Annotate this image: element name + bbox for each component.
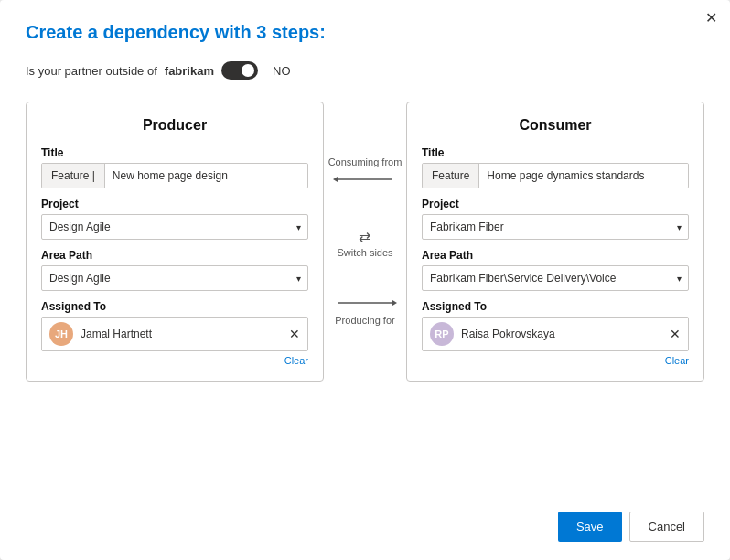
producer-title: Producer: [41, 117, 308, 134]
consumer-clear-link[interactable]: Clear: [422, 355, 689, 366]
producer-project-select[interactable]: Design Agile: [41, 214, 308, 240]
consumer-assigned-name: Raisa Pokrovskaya: [461, 328, 662, 340]
close-button[interactable]: ✕: [705, 11, 717, 26]
producer-assigned-label: Assigned To: [41, 300, 308, 313]
consuming-arrow-area: Consuming from: [328, 156, 403, 188]
producer-area-wrapper: Design Agile ▾: [41, 265, 308, 291]
producer-title-row: Feature | New home page design: [41, 163, 308, 188]
consumer-assigned-row: RP Raisa Pokrovskaya ✕: [422, 317, 689, 351]
consumer-project-label: Project: [422, 198, 689, 210]
consuming-label: Consuming from: [328, 156, 403, 167]
producing-arrow-area: Producing for: [333, 295, 397, 326]
dialog-title: Create a dependency with 3 steps:: [26, 22, 704, 43]
producing-arrow-line: [333, 295, 397, 311]
producer-area-select[interactable]: Design Agile: [41, 265, 308, 291]
switch-sides-label: Switch sides: [337, 247, 392, 258]
producer-clear-link[interactable]: Clear: [41, 355, 308, 366]
consumer-area-wrapper: Fabrikam Fiber\Service Delivery\Voice ▾: [422, 265, 689, 291]
producer-project-wrapper: Design Agile ▾: [41, 214, 308, 240]
switch-sides-icon: ⇄: [359, 228, 370, 245]
producer-assigned-name: Jamal Hartnett: [81, 328, 282, 340]
producer-title-value: New home page design: [105, 164, 307, 188]
switch-sides-area[interactable]: ⇄ Switch sides: [337, 228, 392, 258]
save-button[interactable]: Save: [558, 512, 622, 542]
producer-assigned-row: JH Jamal Hartnett ✕: [41, 317, 308, 351]
consuming-arrow-icon: [333, 173, 397, 186]
consumer-area-label: Area Path: [422, 249, 689, 262]
consumer-avatar: RP: [430, 322, 454, 346]
middle-column: Consuming from ⇄ Switch sides: [324, 102, 406, 326]
columns-area: Producer Title Feature | New home page d…: [26, 102, 704, 493]
consumer-title-type: Feature: [423, 164, 479, 188]
dialog: ✕ Create a dependency with 3 steps: Is y…: [0, 0, 730, 560]
partner-row: Is your partner outside of fabrikam NO: [26, 61, 704, 80]
svg-marker-3: [392, 300, 397, 306]
consumer-title: Consumer: [422, 117, 689, 134]
consumer-title-label: Title: [422, 146, 689, 159]
partner-outside-text: Is your partner outside of: [26, 64, 157, 78]
consumer-project-select[interactable]: Fabrikam Fiber: [422, 214, 689, 240]
footer: Save Cancel: [26, 512, 704, 542]
consumer-title-value: Home page dynamics standards: [479, 164, 688, 188]
svg-marker-1: [333, 177, 338, 182]
producer-clear-x-button[interactable]: ✕: [289, 328, 300, 340]
toggle-container[interactable]: [221, 61, 258, 80]
consumer-clear-x-button[interactable]: ✕: [670, 328, 681, 340]
partner-name: fabrikam: [165, 64, 214, 78]
producer-title-type: Feature |: [42, 164, 105, 188]
producer-panel: Producer Title Feature | New home page d…: [26, 102, 324, 382]
producing-arrow-icon: [333, 296, 397, 309]
consuming-arrow-line: [333, 171, 397, 188]
consumer-assigned-label: Assigned To: [422, 300, 689, 313]
consumer-area-select[interactable]: Fabrikam Fiber\Service Delivery\Voice: [422, 265, 689, 291]
producing-label: Producing for: [335, 315, 394, 326]
producer-avatar: JH: [49, 322, 73, 346]
toggle-knob: [242, 64, 254, 77]
consumer-panel: Consumer Title Feature Home page dynamic…: [406, 102, 704, 382]
producer-project-label: Project: [41, 198, 308, 210]
producer-title-label: Title: [41, 146, 308, 159]
toggle-label: NO: [273, 64, 291, 78]
consumer-project-wrapper: Fabrikam Fiber ▾: [422, 214, 689, 240]
consumer-title-row: Feature Home page dynamics standards: [422, 163, 689, 188]
producer-area-label: Area Path: [41, 249, 308, 262]
cancel-button[interactable]: Cancel: [629, 512, 704, 542]
toggle-switch[interactable]: [221, 61, 258, 80]
